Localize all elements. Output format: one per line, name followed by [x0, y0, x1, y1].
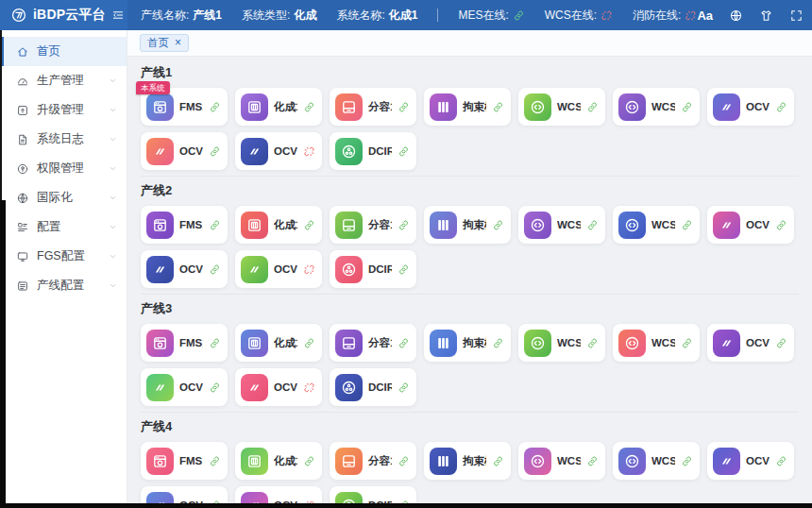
sidebar-item-line-config[interactable]: 产线配置: [0, 271, 127, 300]
sidebar-item-home[interactable]: 首页: [0, 37, 127, 66]
chevron-down-icon: [108, 105, 118, 115]
system-card[interactable]: FMS1: [141, 442, 228, 480]
system-card[interactable]: WCS1: [518, 206, 605, 244]
card-label: OCV2: [179, 263, 203, 275]
header-stat: 系统名称:化成1: [336, 8, 417, 24]
system-card[interactable]: OCV1: [707, 442, 794, 480]
system-card[interactable]: WCS1: [518, 324, 605, 362]
sidebar-item-fgs[interactable]: FGS配置: [0, 242, 127, 271]
card-label: 分容1: [368, 454, 392, 468]
card-label: OCV2: [179, 381, 203, 393]
system-card[interactable]: 拘束机: [424, 206, 511, 244]
system-card[interactable]: 分容1: [330, 442, 416, 480]
drawer-icon: [335, 93, 363, 121]
system-card[interactable]: WCS1: [518, 88, 605, 126]
system-card[interactable]: WCS2: [613, 442, 700, 480]
line-section: 产线4FMS1化成1分容1拘束机WCS1WCS2OCV1OCV2OCV3DCIR…: [141, 413, 799, 503]
system-card[interactable]: WCS2: [613, 324, 700, 362]
system-card[interactable]: 化成1: [235, 442, 322, 480]
ocv-icon: [146, 256, 174, 283]
sidebar-item-log[interactable]: 系统日志: [0, 125, 127, 154]
system-card[interactable]: FMS1: [141, 324, 228, 362]
card-label: 拘束机: [463, 454, 486, 468]
system-card[interactable]: 拘束机: [424, 324, 511, 362]
system-card[interactable]: OCV2: [141, 132, 228, 170]
system-card[interactable]: OCV2: [141, 250, 228, 288]
collapse-sidebar-icon[interactable]: [111, 8, 125, 22]
books-icon: [430, 330, 457, 357]
link-icon: [209, 455, 221, 467]
link-icon: [209, 381, 221, 394]
machine-icon: [146, 330, 174, 357]
link-icon: [775, 337, 787, 349]
home-icon: [16, 45, 29, 59]
system-card[interactable]: DCIR1: [330, 486, 416, 503]
chevron-down-icon: [108, 193, 118, 203]
machine-icon: [146, 212, 174, 239]
system-card[interactable]: OCV1: [707, 324, 794, 362]
system-card[interactable]: OCV3: [235, 486, 322, 503]
system-card[interactable]: 分容1: [330, 206, 416, 244]
system-card[interactable]: OCV2: [141, 486, 228, 503]
card-label: OCV3: [274, 500, 297, 503]
wcs-icon: [618, 330, 646, 357]
fgs-icon: [16, 250, 29, 263]
system-card[interactable]: 化成1: [235, 324, 322, 362]
system-card[interactable]: DCIR1: [330, 368, 416, 406]
system-card[interactable]: OCV2: [141, 368, 228, 406]
theme-shirt-icon[interactable]: [759, 8, 773, 23]
sidebar-item-label: 权限管理: [37, 161, 84, 177]
card-label: FMS1: [179, 219, 203, 230]
system-card[interactable]: OCV3: [235, 132, 322, 170]
system-card[interactable]: DCIR1: [330, 250, 416, 288]
font-size-button[interactable]: Aa: [697, 9, 713, 22]
system-card[interactable]: OCV1: [707, 88, 794, 126]
system-card[interactable]: FMS1: [141, 206, 228, 244]
books-icon: [430, 212, 457, 239]
machine-icon: [146, 448, 174, 475]
system-card[interactable]: 化成1: [235, 88, 322, 126]
link-icon: [209, 145, 221, 158]
card-label: DCIR1: [368, 500, 392, 503]
sidebar-item-globe[interactable]: 国际化: [0, 183, 127, 212]
tab-label: 首页: [147, 37, 169, 50]
card-label: OCV1: [746, 455, 770, 466]
card-label: OCV3: [274, 263, 297, 275]
system-card[interactable]: 本系统FMS1: [141, 88, 228, 126]
link-icon: [681, 455, 693, 467]
language-globe-icon[interactable]: [729, 8, 743, 23]
system-card[interactable]: 分容1: [330, 324, 416, 362]
system-card[interactable]: OCV1: [707, 206, 794, 244]
system-card[interactable]: OCV3: [235, 368, 322, 406]
sidebar-item-upgrade[interactable]: 升级管理: [0, 95, 127, 125]
system-card[interactable]: DCIR1: [330, 132, 416, 170]
cards-row: FMS1化成1分容1拘束机WCS1WCS2OCV1OCV2OCV3DCIR1: [141, 206, 799, 288]
link-icon: [681, 219, 693, 231]
card-label: OCV2: [179, 145, 203, 157]
card-label: 拘束机: [463, 100, 486, 114]
close-tab-icon[interactable]: ×: [175, 37, 181, 48]
system-card[interactable]: OCV3: [235, 250, 322, 288]
system-card[interactable]: 拘束机: [424, 88, 511, 126]
system-card[interactable]: 分容1: [330, 88, 416, 126]
card-label: 分容1: [368, 336, 392, 350]
wcs-icon: [618, 448, 646, 475]
system-card[interactable]: WCS2: [613, 206, 700, 244]
sidebar-item-permission[interactable]: 权限管理: [0, 154, 127, 183]
link-icon: [303, 455, 315, 467]
system-card[interactable]: WCS1: [518, 442, 605, 480]
sidebar-item-production[interactable]: 生产管理: [0, 66, 127, 95]
line-title: 产线4: [141, 418, 799, 435]
header-status: MES在线:: [458, 8, 524, 24]
fullscreen-icon[interactable]: [789, 8, 804, 23]
sidebar-item-config[interactable]: 配置: [0, 212, 127, 242]
tab-home[interactable]: 首页 ×: [140, 34, 189, 53]
oven-icon: [241, 448, 268, 475]
card-label: DCIR1: [368, 263, 392, 275]
system-card[interactable]: 拘束机: [424, 442, 511, 480]
system-card[interactable]: 化成1: [235, 206, 322, 244]
card-label: OCV2: [179, 500, 203, 503]
system-card[interactable]: WCS2: [613, 88, 700, 126]
link-icon: [398, 219, 410, 231]
ocv-icon: [713, 93, 740, 121]
